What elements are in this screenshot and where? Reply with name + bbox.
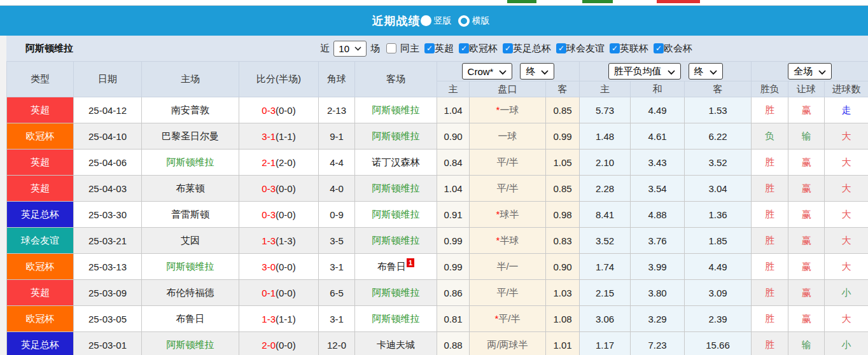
radio-horizontal-layout[interactable] [458,15,470,27]
cell-away-team: 阿斯顿维拉 [355,176,437,202]
cell-result: 胜 [752,202,788,228]
cell-score: 0-3(0-0) [239,202,319,228]
cell-result: 胜 [752,97,788,123]
col-header-score: 比分(半场) [239,62,319,97]
cell-score: 1-3(1-3) [239,228,319,254]
match-row: 英超25-03-09布伦特福德0-1(0-0)6-5阿斯顿维拉0.86平/半1.… [7,280,868,306]
league-filter-list: ✓英超✓欧冠杯✓英足总杯✓球会友谊✓英联杯✓欧会杯 [419,43,692,55]
odds-stage-select[interactable]: 终 [520,63,554,80]
cell-odds-away: 0.83 [546,228,580,254]
cell-away-team: 阿斯顿维拉 [355,228,437,254]
cell-handicap-result: 赢 [788,150,825,176]
cell-result: 负 [752,123,788,150]
league-checkbox-英联杯[interactable]: ✓ [610,43,620,53]
cell-score: 1-3(1-1) [239,306,319,332]
cell-date: 25-03-05 [74,306,142,332]
matches-label: 场 [370,43,380,55]
cell-handicap-result: 赢 [788,280,825,306]
score-halftime: (0-0) [276,288,296,298]
cell-handicap-result: 输 [788,332,825,355]
col-header-result: 胜负 [752,81,788,97]
panel-title: 近期战绩 [372,13,421,29]
away-team-text: 阿斯顿维拉 [372,183,420,193]
league-label: 英联杯 [620,43,648,55]
top-strip-bar [507,0,536,3]
cell-avg-home: 1.74 [580,254,631,280]
league-checkbox-欧冠杯[interactable]: ✓ [459,43,469,53]
cell-avg-away: 4.49 [685,254,752,280]
league-checkbox-英足总杯[interactable]: ✓ [503,43,513,53]
cell-odds-away: 1.01 [546,332,580,355]
cell-handicap: 平/半 [470,150,546,176]
top-strip-bar [582,0,613,3]
cell-goals-result: 大 [825,150,868,176]
radio-vertical-label[interactable]: 竖版 [434,15,452,27]
cell-date: 25-03-01 [74,332,142,355]
cell-avg-draw: 3.54 [631,176,685,202]
cell-league-type: 英超 [7,176,74,202]
cell-score: 0-3(0-0) [239,176,319,202]
score-fulltime: 3-0 [262,261,276,272]
score-halftime: (0-0) [276,105,296,116]
cell-league-type: 欧冠杯 [7,254,74,280]
handicap-star: * [494,313,498,324]
cell-avg-away: 1.85 [685,228,752,254]
cell-avg-draw: 4.61 [631,123,685,150]
cell-handicap-result: 赢 [788,202,825,228]
same-home-checkbox[interactable] [386,43,396,53]
cell-goals-result: 大 [825,254,868,280]
layout-radio-group: 竖版 横版 [421,15,496,27]
avg-group-header: 胜平负均值 终 [580,62,752,81]
radio-horizontal-label[interactable]: 横版 [472,15,490,27]
league-label: 英超 [435,43,454,55]
cell-corners: 3-5 [319,228,355,254]
score-halftime: (0-0) [276,209,296,220]
cell-avg-away: 3.04 [685,176,752,202]
cell-home-team: 布伦特福德 [142,280,239,306]
away-team-text: 阿斯顿维拉 [372,104,420,115]
score-fulltime: 1-3 [262,235,276,246]
cell-league-type: 球会友谊 [7,228,74,254]
cell-corners: 9-1 [319,123,355,150]
match-row: 英超25-04-12南安普敦0-3(0-0)2-13阿斯顿维拉1.04*一球0.… [7,97,868,123]
cell-league-type: 英超 [7,280,74,306]
match-row: 英超25-04-03布莱顿0-3(0-0)4-0阿斯顿维拉1.04平/半0.85… [7,176,868,202]
league-checkbox-英超[interactable]: ✓ [424,43,435,53]
score-halftime: (1-1) [276,314,296,324]
cell-handicap-result: 赢 [788,228,825,254]
cell-date: 25-03-21 [74,228,142,254]
scope-select[interactable]: 全场 [788,63,832,80]
title-bar: 近期战绩 竖版 横版 [0,6,868,36]
handicap-star: * [496,235,500,246]
league-label: 英足总杯 [513,43,551,55]
cell-avg-away: 3.52 [685,150,752,176]
chevron-down-icon [499,66,507,77]
col-header-goals: 进球数 [825,81,868,97]
col-header-cover: 让球 [788,81,825,97]
cell-home-team: 阿斯顿维拉 [142,332,239,355]
score-fulltime: 2-0 [262,340,276,351]
col-header-date: 日期 [74,62,142,97]
league-checkbox-球会友谊[interactable]: ✓ [556,43,566,53]
league-checkbox-欧会杯[interactable]: ✓ [654,43,664,53]
cell-odds-away: 0.90 [546,254,580,280]
cell-date: 25-04-10 [74,123,142,150]
radio-vertical-layout[interactable] [421,15,431,26]
cell-handicap: *球半 [470,202,546,228]
score-halftime: (0-0) [276,183,296,194]
cell-result: 胜 [752,176,788,202]
odds-company-select[interactable]: Crow* [462,63,513,80]
cell-avg-home: 1.48 [580,123,631,150]
avg-type-select[interactable]: 胜平负均值 [608,63,681,80]
recent-label: 近 [320,43,330,55]
avg-stage-select[interactable]: 终 [689,63,723,80]
cell-home-team: 南安普敦 [142,97,239,123]
cell-date: 25-03-30 [74,202,142,228]
recent-count-select[interactable]: 10 [333,41,367,57]
scope-group-header: 全场 [752,62,868,81]
cell-handicap: 平/半 [470,176,546,202]
cell-avg-home: 1.17 [580,332,631,355]
match-row: 欧冠杯25-03-05布鲁日1-3(1-1)3-1阿斯顿维拉0.81*平/半1.… [7,306,868,332]
cell-corners: 12-0 [319,332,355,355]
cell-away-team: 诺丁汉森林 [355,150,437,176]
